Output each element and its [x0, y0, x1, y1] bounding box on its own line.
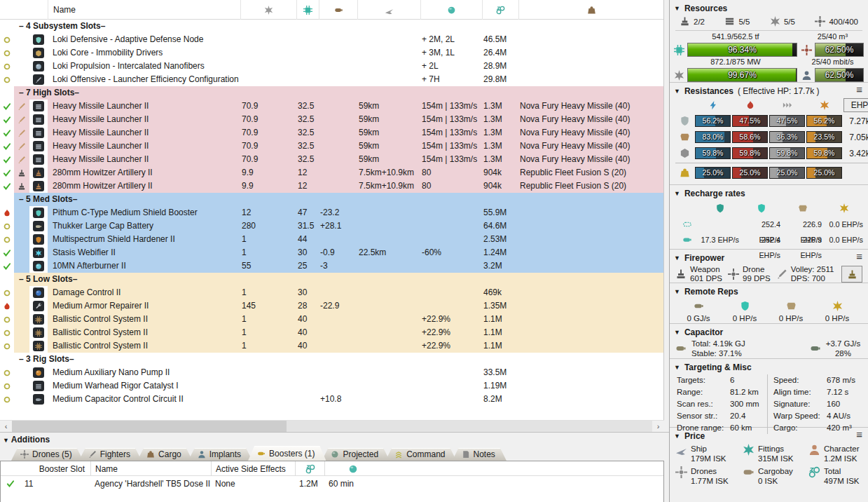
state-online-icon[interactable]: [3, 342, 11, 351]
module-row[interactable]: Ballistic Control System II140+22.9%1.1M: [0, 326, 663, 339]
firepower-menu-icon[interactable]: ≡: [856, 252, 862, 262]
resistances-menu-icon[interactable]: ≡: [856, 85, 862, 95]
module-row[interactable]: Stasis Webifier II130-0.922.5km-60%1.24M: [0, 246, 663, 259]
module-row[interactable]: Heavy Missile Launcher II70.932.559km154…: [0, 140, 663, 153]
collapse-icon[interactable]: ▼: [674, 329, 680, 336]
scroll-left-arrow[interactable]: ‹: [0, 421, 12, 432]
state-online-icon[interactable]: [3, 222, 11, 231]
targeting-header[interactable]: ▼Targeting & Misc: [674, 361, 864, 373]
powergrid-bar-icon: [674, 70, 684, 81]
column-header-price-icon[interactable]: [482, 0, 518, 20]
state-active-icon[interactable]: [3, 142, 11, 151]
column-header-activation-icon[interactable]: [240, 0, 296, 20]
module-row[interactable]: Multispectrum Shield Hardener II1442.53M: [0, 233, 663, 246]
tab-cargo[interactable]: Cargo: [137, 448, 193, 461]
collapse-icon[interactable]: ▼: [674, 5, 680, 12]
state-online-icon[interactable]: [3, 62, 11, 71]
module-row[interactable]: Damage Control II130469k: [0, 286, 663, 299]
price-header[interactable]: ▼Price: [674, 430, 864, 442]
state-overheated-icon[interactable]: [3, 302, 11, 311]
state-overheated-icon[interactable]: [3, 209, 11, 217]
state-online-icon[interactable]: [3, 76, 11, 84]
collapse-icon[interactable]: ▼: [674, 433, 680, 440]
state-active-icon[interactable]: [3, 249, 11, 257]
module-row[interactable]: Medium Armor Repairer II14528-22.91.35M: [0, 299, 663, 313]
module-row[interactable]: Medium Warhead Rigor Catalyst I1.19M: [0, 379, 663, 393]
tab-notes[interactable]: Notes: [453, 448, 507, 461]
collapse-icon[interactable]: ▼: [674, 88, 680, 95]
state-active-icon[interactable]: [3, 182, 11, 191]
collapse-icon[interactable]: ▼: [674, 190, 680, 197]
additions-title[interactable]: ▼ Additions: [0, 435, 669, 446]
collapse-icon[interactable]: ▼: [674, 288, 680, 295]
module-type-icon: [35, 210, 42, 217]
collapse-icon[interactable]: ▼: [674, 364, 680, 371]
state-active-icon[interactable]: [3, 262, 11, 271]
state-online-icon[interactable]: [3, 382, 11, 391]
tab-fighters[interactable]: Fighters: [79, 448, 142, 461]
booster-side-effects-header[interactable]: Active Side Effects: [211, 461, 295, 476]
tab-boosters-1[interactable]: Boosters (1): [248, 446, 326, 461]
collapse-icon[interactable]: ▼: [3, 437, 9, 444]
module-row[interactable]: Loki Defensive - Adaptive Defense Node+ …: [0, 33, 663, 46]
module-row[interactable]: Heavy Missile Launcher II70.932.559km154…: [0, 126, 663, 140]
column-header-capacitor-usage-icon[interactable]: [319, 0, 357, 20]
state-active-icon[interactable]: [3, 102, 11, 111]
module-row[interactable]: Thukker Large Cap Battery28031.5+28.164.…: [0, 219, 663, 233]
state-active-icon[interactable]: [3, 156, 11, 164]
price-cargobay: Cargobay0 ISK: [743, 466, 808, 486]
column-header-attribute-icon[interactable]: [420, 0, 482, 20]
booster-slot-header[interactable]: Booster Slot: [20, 461, 90, 476]
ehp-button[interactable]: EHP: [843, 98, 868, 112]
module-row[interactable]: Heavy Missile Launcher II70.932.559km154…: [0, 113, 663, 126]
module-row[interactable]: Loki Propulsion - Intercalated Nanofiber…: [0, 60, 663, 73]
scroll-track[interactable]: [287, 421, 652, 432]
module-row[interactable]: 10MN Afterburner II5525-33.2M: [0, 259, 663, 273]
module-row[interactable]: Medium Auxiliary Nano Pump II33.5M: [0, 366, 663, 379]
state-active-icon[interactable]: [3, 129, 11, 137]
tab-projected[interactable]: Projected: [322, 448, 390, 461]
module-row[interactable]: 280mm Howitzer Artillery II9.9127.5km+10…: [0, 179, 663, 193]
scroll-right-arrow[interactable]: ›: [652, 421, 664, 432]
state-active-icon[interactable]: [3, 116, 11, 124]
state-online-icon[interactable]: [3, 236, 11, 244]
module-row[interactable]: Loki Core - Immobility Drivers+ 3M, 1L26…: [0, 46, 663, 60]
module-row[interactable]: Pithum C-Type Medium Shield Booster1247-…: [0, 206, 663, 219]
state-online-icon[interactable]: [3, 369, 11, 377]
tab-drones-5[interactable]: Drones (5): [11, 448, 83, 461]
module-row[interactable]: 280mm Howitzer Artillery II9.9127.5km+10…: [0, 166, 663, 179]
module-row[interactable]: Ballistic Control System II140+22.9%1.1M: [0, 313, 663, 326]
firepower-header[interactable]: ▼Firepower: [674, 252, 864, 264]
tab-command[interactable]: Command: [385, 448, 456, 461]
state-online-icon[interactable]: [3, 36, 11, 44]
state-online-icon[interactable]: [3, 329, 11, 337]
booster-name-header[interactable]: Name: [90, 461, 211, 476]
scroll-thumb[interactable]: [12, 421, 287, 432]
state-online-icon[interactable]: [3, 316, 11, 324]
state-active-icon[interactable]: [3, 169, 11, 177]
state-online-icon[interactable]: [3, 395, 11, 404]
column-header-optimal-range-icon[interactable]: [357, 0, 420, 20]
resources-header[interactable]: ▼Resources: [674, 2, 864, 14]
module-row[interactable]: Medium Capacitor Control Circuit II+10.8…: [0, 393, 663, 406]
module-row[interactable]: Loki Offensive - Launcher Efficiency Con…: [0, 73, 663, 86]
column-header-charges-icon[interactable]: [518, 0, 663, 20]
collapse-icon[interactable]: ▼: [674, 255, 680, 262]
column-header-cpu-icon[interactable]: [296, 0, 319, 20]
price-menu-icon[interactable]: ≡: [856, 430, 862, 440]
header-name[interactable]: Name: [48, 0, 240, 20]
state-active-icon[interactable]: [6, 480, 15, 488]
recharge-header[interactable]: ▼Recharge rates: [674, 187, 864, 199]
module-row[interactable]: Heavy Missile Launcher II70.932.559km154…: [0, 153, 663, 166]
booster-row[interactable]: 11 Agency 'Hardshell' TB5 Dose II None 1…: [1, 476, 663, 491]
tab-implants[interactable]: Implants: [188, 448, 252, 461]
dps-graph-button[interactable]: [841, 266, 862, 283]
state-online-icon[interactable]: [3, 49, 11, 57]
resistances-header[interactable]: ▼Resistances( Effective HP: 17.7k ): [674, 85, 864, 97]
state-online-icon[interactable]: [3, 289, 11, 297]
module-row[interactable]: Heavy Missile Launcher II70.932.559km154…: [0, 100, 663, 113]
capacitor-header[interactable]: ▼Capacitor: [674, 326, 864, 338]
remote-reps-header[interactable]: ▼Remote Reps: [674, 285, 864, 297]
horizontal-scrollbar[interactable]: ‹ ›: [0, 420, 664, 432]
module-row[interactable]: Ballistic Control System II140+22.9%1.1M: [0, 339, 663, 353]
